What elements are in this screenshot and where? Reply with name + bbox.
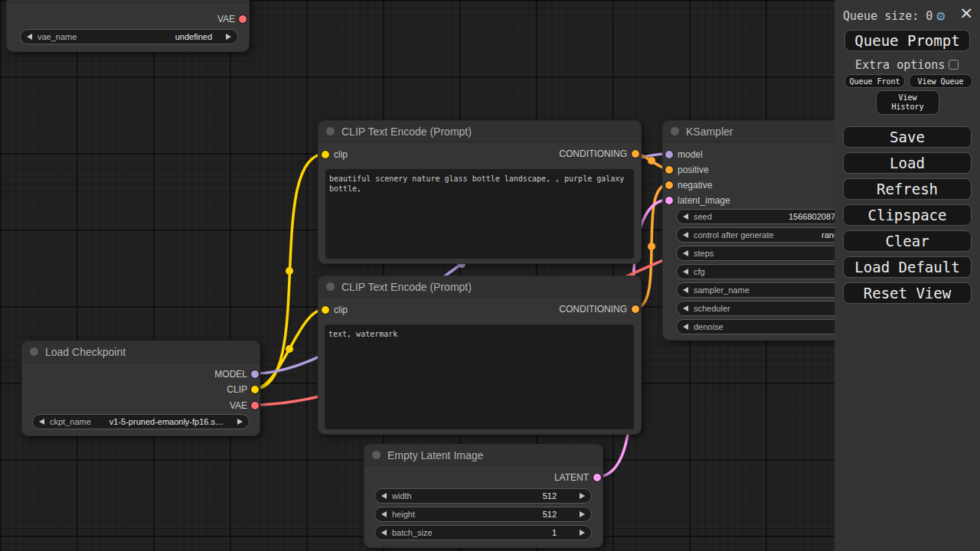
reset-view-button[interactable]: Reset View: [843, 282, 972, 304]
input-label: negative: [678, 180, 712, 191]
collapse-dot[interactable]: [326, 127, 335, 135]
view-history-label: View History: [887, 93, 929, 112]
left-arrow-icon[interactable]: [683, 250, 688, 256]
left-arrow-icon[interactable]: [381, 493, 387, 499]
queue-front-button[interactable]: Queue Front: [844, 74, 905, 88]
widget-height[interactable]: height 512: [374, 507, 592, 522]
collapse-dot[interactable]: [326, 282, 335, 291]
left-arrow-icon[interactable]: [683, 269, 688, 275]
left-arrow-icon[interactable]: [39, 419, 44, 425]
output-label: CLIP: [227, 384, 247, 395]
left-arrow-icon[interactable]: [683, 324, 688, 330]
load-button[interactable]: Load: [843, 152, 972, 174]
widget-label: steps: [694, 249, 714, 258]
input-slot-clip[interactable]: [322, 306, 329, 314]
node-vae-loader[interactable]: VAE vae_name undefined: [6, 0, 250, 52]
output-slot-vae[interactable]: [239, 15, 247, 23]
node-clip-text-encode-negative[interactable]: CLIP Text Encode (Prompt) clip CONDITION…: [318, 276, 642, 435]
output-label: CONDITIONING: [559, 304, 627, 315]
node-graph-canvas[interactable]: VAE vae_name undefined Load Checkpoint M…: [0, 0, 980, 551]
node-empty-latent-image[interactable]: Empty Latent Image LATENT width 512 heig…: [364, 444, 603, 548]
prompt-textarea[interactable]: text, watermark: [325, 324, 634, 429]
menu-panel: Queue size: 0 ⚙ × Queue Prompt Extra opt…: [835, 0, 980, 551]
widget-label: seed: [694, 212, 712, 221]
input-label: clip: [334, 305, 348, 315]
collapse-dot[interactable]: [372, 451, 381, 459]
widget-value: 1566802087: [789, 212, 835, 221]
widget-label: cfg: [694, 267, 705, 276]
link-midpoint-dot: [286, 345, 293, 353]
save-button[interactable]: Save: [843, 126, 972, 148]
collapse-dot[interactable]: [30, 347, 38, 356]
right-arrow-icon[interactable]: [580, 530, 585, 536]
widget-value: undefined: [175, 32, 212, 41]
input-slot-positive[interactable]: [665, 166, 673, 174]
view-history-button[interactable]: View History: [876, 90, 939, 115]
output-label: CONDITIONING: [559, 148, 627, 159]
link-midpoint-dot: [648, 243, 655, 250]
widget-label: ckpt_name: [50, 417, 91, 426]
output-slot-model[interactable]: [251, 370, 259, 378]
node-title-bar[interactable]: [7, 0, 249, 3]
input-label: latent_image: [678, 195, 730, 206]
widget-value: 512: [543, 491, 557, 500]
right-arrow-icon[interactable]: [226, 34, 231, 40]
output-label: VAE: [230, 400, 247, 411]
widget-value: 512: [543, 510, 557, 519]
left-arrow-icon[interactable]: [683, 305, 688, 311]
settings-gear-icon[interactable]: ⚙: [936, 8, 945, 23]
output-slot-conditioning[interactable]: [632, 150, 639, 158]
widget-batch-size[interactable]: batch_size 1: [374, 525, 592, 540]
output-slot-clip[interactable]: [251, 386, 259, 393]
left-arrow-icon[interactable]: [27, 34, 32, 40]
node-title: CLIP Text Encode (Prompt): [341, 126, 472, 138]
node-title-bar[interactable]: Empty Latent Image: [364, 445, 603, 466]
widget-label: width: [392, 491, 412, 500]
widget-label: vae_name: [38, 32, 77, 41]
node-title-bar[interactable]: Load Checkpoint: [22, 341, 260, 363]
left-arrow-icon[interactable]: [683, 232, 688, 238]
widget-label: scheduler: [694, 304, 730, 313]
input-slot-latent-image[interactable]: [665, 197, 673, 204]
node-load-checkpoint[interactable]: Load Checkpoint MODEL CLIP VAE ckpt_name…: [21, 341, 260, 436]
clipspace-button[interactable]: Clipspace: [843, 204, 972, 226]
view-queue-button[interactable]: View Queue: [909, 74, 972, 88]
widget-ckpt-name[interactable]: ckpt_name v1-5-pruned-emaonly-fp16.s…: [32, 414, 250, 429]
input-slot-negative[interactable]: [665, 181, 673, 189]
widget-width[interactable]: width 512: [374, 488, 592, 504]
widget-vae-name[interactable]: vae_name undefined: [20, 29, 238, 44]
node-clip-text-encode-positive[interactable]: CLIP Text Encode (Prompt) clip CONDITION…: [318, 120, 642, 264]
output-slot-conditioning[interactable]: [632, 305, 639, 313]
queue-prompt-button[interactable]: Queue Prompt: [844, 30, 970, 51]
close-icon[interactable]: ×: [959, 5, 973, 21]
load-default-button[interactable]: Load Default: [843, 256, 972, 278]
output-slot-latent[interactable]: [593, 474, 601, 481]
input-label: model: [678, 149, 703, 160]
link-midpoint-dot: [648, 157, 655, 165]
queue-size-label: Queue size: 0: [843, 9, 933, 23]
left-arrow-icon[interactable]: [381, 530, 387, 536]
output-slot-vae[interactable]: [251, 402, 259, 409]
right-arrow-icon[interactable]: [237, 419, 243, 425]
output-label: VAE: [217, 14, 235, 24]
node-title: KSampler: [686, 126, 733, 138]
node-title-bar[interactable]: CLIP Text Encode (Prompt): [318, 276, 641, 298]
output-label: LATENT: [554, 472, 589, 483]
prompt-textarea[interactable]: beautiful scenery nature glass bottle la…: [325, 169, 634, 259]
link-midpoint-dot: [286, 267, 293, 275]
right-arrow-icon[interactable]: [580, 511, 585, 517]
widget-value: 1: [552, 528, 557, 537]
input-label: positive: [678, 165, 709, 175]
left-arrow-icon[interactable]: [683, 287, 688, 293]
left-arrow-icon[interactable]: [683, 214, 688, 220]
input-slot-clip[interactable]: [322, 151, 329, 158]
input-slot-model[interactable]: [665, 151, 673, 158]
refresh-button[interactable]: Refresh: [843, 178, 972, 200]
collapse-dot[interactable]: [671, 127, 679, 135]
extra-options-checkbox[interactable]: [949, 60, 959, 70]
node-title-bar[interactable]: CLIP Text Encode (Prompt): [318, 121, 641, 142]
right-arrow-icon[interactable]: [580, 493, 585, 499]
clear-button[interactable]: Clear: [843, 230, 972, 252]
widget-label: control after generate: [694, 230, 774, 240]
left-arrow-icon[interactable]: [381, 511, 387, 517]
